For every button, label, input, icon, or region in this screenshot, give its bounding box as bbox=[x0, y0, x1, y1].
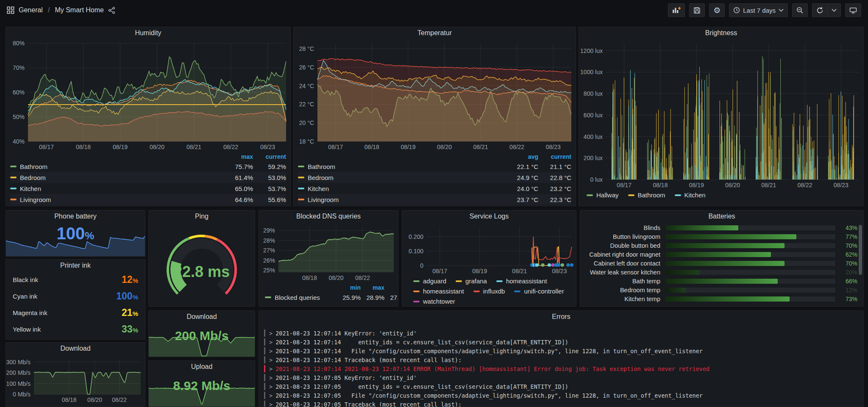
svg-text:08/22: 08/22 bbox=[112, 396, 127, 403]
breadcrumb-section[interactable]: General bbox=[19, 6, 43, 14]
panel-title-ping[interactable]: Ping bbox=[149, 210, 255, 222]
legend-item[interactable]: adguard bbox=[413, 277, 446, 285]
tv-view-button[interactable] bbox=[845, 3, 861, 17]
series-name[interactable]: Livingroom bbox=[308, 196, 339, 203]
battery-bar bbox=[665, 252, 835, 257]
panel-title-brightness[interactable]: Brightness bbox=[579, 27, 863, 39]
breadcrumb-separator: / bbox=[48, 6, 50, 14]
time-range-picker[interactable]: Last 7 days bbox=[729, 3, 788, 17]
gear-icon: ⚙ bbox=[713, 6, 721, 14]
svg-text:08/17: 08/17 bbox=[617, 182, 632, 188]
legend-value: 21.1 °C bbox=[538, 163, 571, 170]
svg-text:80%: 80% bbox=[13, 40, 25, 47]
svg-text:08/22: 08/22 bbox=[509, 144, 524, 150]
legend-value: 64.6% bbox=[220, 196, 253, 203]
svg-text:08/21: 08/21 bbox=[512, 268, 527, 274]
share-icon[interactable] bbox=[108, 7, 115, 14]
svg-text:0 Mb/s: 0 Mb/s bbox=[13, 391, 31, 398]
panel-title-batteries[interactable]: Batteries bbox=[580, 210, 863, 222]
top-nav: General / My Smart Home ⚙ Last 7 days bbox=[0, 0, 868, 20]
breadcrumb-title[interactable]: My Smart Home bbox=[55, 6, 104, 14]
series-name[interactable]: Kitchen bbox=[308, 185, 329, 192]
log-line: >2021-08-23 12:07:14 Traceback (most rec… bbox=[264, 355, 863, 364]
legend-item[interactable]: unifi-controller bbox=[514, 288, 564, 295]
series-swatch bbox=[514, 291, 520, 292]
panel-title-temperatur[interactable]: Temperatur bbox=[294, 27, 576, 39]
panel-title-blocked-dns[interactable]: Blocked DNS queries bbox=[259, 210, 398, 222]
legend-value: 65.0% bbox=[220, 185, 253, 192]
service-logs-chart: 0.2000.100008/1708/1908/2108/23 bbox=[402, 222, 576, 276]
dashboard-settings-button[interactable]: ⚙ bbox=[709, 3, 725, 17]
ink-value: 100% bbox=[116, 291, 138, 302]
legend-item[interactable]: Kitchen bbox=[675, 191, 706, 199]
legend-item[interactable]: grafana bbox=[456, 277, 487, 285]
legend-col-header[interactable]: current bbox=[538, 153, 571, 160]
panel-title-errors[interactable]: Errors bbox=[259, 311, 863, 323]
legend-col-header[interactable]: max bbox=[220, 153, 253, 160]
svg-text:800 lux: 800 lux bbox=[584, 90, 603, 97]
refresh-button[interactable] bbox=[812, 3, 827, 17]
panel-title-printer-ink[interactable]: Printer ink bbox=[6, 260, 145, 271]
series-swatch bbox=[456, 280, 462, 282]
legend-col-header[interactable]: current bbox=[253, 153, 286, 160]
panel-service-logs: Service Logs 0.2000.100008/1708/1908/210… bbox=[402, 210, 576, 307]
series-swatch bbox=[473, 291, 480, 292]
legend-col-header[interactable]: avg bbox=[505, 153, 538, 160]
battery-row: Cabinet left door contact70% bbox=[586, 259, 857, 268]
batteries-scrollbar[interactable] bbox=[859, 225, 862, 275]
grafana-dashboard: General / My Smart Home ⚙ Last 7 days bbox=[0, 0, 868, 407]
svg-text:26%: 26% bbox=[263, 257, 275, 264]
panel-title-download-left[interactable]: Download bbox=[6, 343, 145, 354]
legend-col-header[interactable]: min bbox=[337, 284, 361, 291]
legend-row: Livingroom64.6%55.6% bbox=[10, 194, 286, 205]
legend-row: Kitchen65.0%53.7% bbox=[10, 183, 286, 194]
svg-text:08/21: 08/21 bbox=[761, 182, 776, 188]
refresh-interval-caret[interactable] bbox=[827, 3, 841, 17]
battery-label: Kitchen temp bbox=[586, 296, 660, 302]
legend-item[interactable]: homeassistant bbox=[413, 288, 464, 295]
log-line: >2021-08-23 12:07:14 File "/config/custo… bbox=[264, 346, 863, 355]
humidity-chart: 80%70%60%50%40%08/1708/1808/1908/2008/21… bbox=[6, 39, 290, 152]
add-panel-button[interactable] bbox=[668, 3, 685, 17]
series-name[interactable]: Bathroom bbox=[308, 163, 335, 170]
legend-col-header[interactable]: avg bbox=[384, 284, 398, 291]
series-name[interactable]: Blocked queries bbox=[275, 294, 320, 301]
legend-value: 22.1 °C bbox=[505, 163, 538, 170]
save-dashboard-button[interactable] bbox=[689, 3, 705, 17]
svg-text:08/19: 08/19 bbox=[401, 144, 415, 150]
legend-value: 28.9% bbox=[361, 294, 384, 301]
series-name[interactable]: Bathroom bbox=[20, 163, 47, 170]
series-name[interactable]: Bedroom bbox=[308, 174, 334, 181]
panel-title-upload-stat[interactable]: Upload bbox=[149, 361, 255, 373]
series-name[interactable]: Livingroom bbox=[20, 196, 51, 203]
battery-bar bbox=[665, 261, 835, 266]
battery-label: Cabinet right door magnet bbox=[586, 251, 660, 258]
panel-title-service-logs[interactable]: Service Logs bbox=[402, 210, 576, 222]
svg-text:0 lux: 0 lux bbox=[590, 176, 603, 183]
svg-text:200 lux: 200 lux bbox=[584, 155, 603, 161]
legend-col-header[interactable]: max bbox=[361, 284, 384, 291]
series-name[interactable]: Bedroom bbox=[20, 174, 46, 181]
legend-item[interactable]: homeassistant bbox=[496, 277, 547, 285]
legend-item[interactable]: influxdb bbox=[473, 288, 505, 295]
svg-text:08/20: 08/20 bbox=[328, 274, 343, 281]
legend-item[interactable]: Hallway bbox=[587, 191, 619, 199]
svg-text:08/22: 08/22 bbox=[355, 274, 370, 281]
svg-text:08/18: 08/18 bbox=[62, 396, 77, 403]
svg-text:08/19: 08/19 bbox=[472, 268, 487, 274]
zoom-out-button[interactable] bbox=[792, 3, 808, 17]
panel-title-download-stat[interactable]: Download bbox=[149, 311, 255, 323]
series-name[interactable]: Kitchen bbox=[20, 185, 41, 192]
svg-text:08/22: 08/22 bbox=[798, 182, 812, 188]
panel-title-humidity[interactable]: Humidity bbox=[6, 27, 290, 39]
svg-text:26 °C: 26 °C bbox=[299, 64, 314, 71]
error-log-lines: >2021-08-23 12:07:14 KeyError: 'entity_i… bbox=[259, 323, 863, 407]
legend-item[interactable]: Bathroom bbox=[628, 191, 665, 199]
series-swatch bbox=[298, 188, 304, 189]
ink-value: 33% bbox=[122, 324, 138, 335]
panel-title-phone-battery[interactable]: Phone battery bbox=[6, 210, 145, 222]
legend-item[interactable]: watchtower bbox=[413, 298, 455, 305]
refresh-group bbox=[812, 3, 841, 17]
apps-grid-icon[interactable] bbox=[7, 6, 14, 14]
svg-text:600 lux: 600 lux bbox=[584, 112, 603, 119]
